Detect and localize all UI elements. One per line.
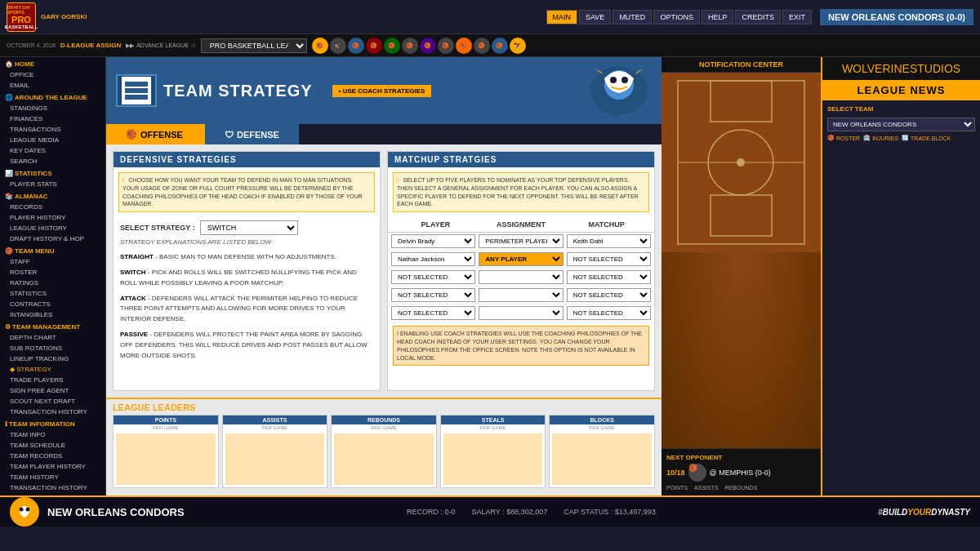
team-icon-2[interactable]: 🦅 [330,38,346,54]
options-nav-btn[interactable]: OPTIONS [653,10,700,24]
assignment-select-4[interactable] [479,288,563,302]
team-icon-1[interactable]: 🏀 [312,38,328,54]
matchup-panel-title: MATCHUP STRATGIES [388,152,654,167]
footer-stats: RECORD : 0-0 SALARY : $88,302,007 CAP ST… [407,508,656,516]
col-matchup: MATCHUP [564,220,649,229]
sidebar-item-search[interactable]: SEARCH [0,156,105,167]
credits-nav-btn[interactable]: CREDITS [735,10,781,24]
sidebar-item-player-stats[interactable]: PLAYER STATS [0,179,105,189]
leaders-col-points-sub: PER GAME [114,424,218,431]
matchup-row-1: Delvin Brady PERIMETER PLAYER Keith Dahl [388,233,654,251]
team-icon-8[interactable]: 🏀 [438,38,454,54]
sidebar-item-sign-free-agent[interactable]: SIGN FREE AGENT [0,385,105,396]
matchup-select-5[interactable]: NOT SELECTED [567,306,651,320]
team-icon-3[interactable]: 🏀 [348,38,364,54]
matchup-select-2[interactable]: NOT SELECTED [567,252,651,266]
sidebar-item-roster[interactable]: ROSTER [0,267,105,278]
assignment-select-1[interactable]: PERIMETER PLAYER [479,234,563,248]
straight-desc: BASIC MAN TO MAN DEFENSE WITH NO ADJUSTM… [159,253,336,260]
sidebar-item-team-schedule[interactable]: TEAM SCHEDULE [0,440,105,451]
assignment-select-5[interactable] [479,306,563,320]
team-icon-7[interactable]: 🏀 [420,38,436,54]
tabs: 🏀 OFFENSE 🛡 DEFENSE [106,124,662,144]
exit-nav-btn[interactable]: EXIT [782,10,812,24]
select-team-dropdown[interactable]: NEW ORLEANS CONDORS [827,118,975,131]
offense-tab[interactable]: 🏀 OFFENSE [106,124,203,144]
coach-toggle-btn[interactable]: • USE COACH STRATEGIES [332,85,432,97]
sidebar-section-home: 🏠 HOME [0,57,105,69]
matchup-select-4[interactable]: NOT SELECTED [567,288,651,302]
matchup-row-4: NOT SELECTED NOT SELECTED [388,287,654,304]
strategy-select-dropdown[interactable]: SWITCH STRAIGHT ATTACK PASSIVE [200,220,298,235]
leaders-col-steals-sub: PER GAME [441,424,546,431]
select-strategy-label: SELECT STRATEGY : [120,224,195,232]
main-nav-btn[interactable]: MAIN [546,10,578,24]
sidebar-item-contracts[interactable]: CONTRACTS [0,299,105,309]
assignment-select-2[interactable]: ANY PLAYER [479,252,563,266]
sidebar-item-ratings[interactable]: RATINGS [0,278,105,288]
sidebar-item-team-history[interactable]: TEAM HISTORY [0,472,105,482]
sidebar-section-team-menu: 🏀 TEAM MENU [0,244,105,256]
roster-btn[interactable]: 🏀 ROSTER [827,135,860,141]
sidebar-item-team-stats[interactable]: STATISTICS [0,288,105,299]
icon-strip: 🏀 🦅 🏀 🏀 🏀 🏀 🏀 🏀 🏀 🏀 🏀 🦅 [312,38,526,54]
sidebar-item-transactions[interactable]: TRANSACTIONS [0,124,105,135]
page-header: TEAM STRATEGY • USE COACH STRATEGIES [106,57,662,124]
sidebar-item-records[interactable]: RECORDS [0,202,105,212]
opp-stat-rebounds: REBOUNDS [725,485,758,491]
player-select-4[interactable]: NOT SELECTED [391,288,475,302]
leaders-col-assists-header: ASSISTS [223,415,327,424]
sidebar-item-finances[interactable]: FINANCES [0,113,105,124]
matchup-footer: ! ENABLING USE COACH STRATEGIES WILL USE… [393,326,649,366]
player-select-3[interactable]: NOT SELECTED [391,270,475,284]
trade-block-btn[interactable]: 🔄 TRADE BLOCK [902,135,951,141]
sidebar-item-player-history[interactable]: PLAYER HISTORY [0,212,105,223]
sidebar-item-team-records[interactable]: TEAM RECORDS [0,451,105,461]
sidebar-item-key-dates[interactable]: KEY DATES [0,145,105,156]
matchup-row-3: NOT SELECTED NOT SELECTED [388,269,654,287]
sidebar-item-staff[interactable]: STAFF [0,256,105,267]
sidebar-item-league-media[interactable]: LEAGUE MEDIA [0,135,105,145]
sidebar-item-standings[interactable]: STANDINGS [0,103,105,113]
sidebar-item-scout[interactable]: SCOUT NEXT DRAFT [0,396,105,407]
info-icon-3: ! [397,331,399,336]
league-selector[interactable]: PRO BASKETBALL LEAGUE [201,38,307,53]
sidebar-item-transaction-history2[interactable]: TRANSACTION HISTORY [0,482,105,493]
leaders-col-steals: STEALS PER GAME [440,415,546,488]
team-icon-5[interactable]: 🏀 [384,38,400,54]
matchup-select-1[interactable]: Keith Dahl [567,234,651,248]
team-icon-10[interactable]: 🏀 [474,38,490,54]
assignment-select-3[interactable] [479,270,563,284]
sidebar-item-email[interactable]: EMAIL [0,80,105,91]
player-select-1[interactable]: Delvin Brady [391,234,475,248]
muted-nav-btn[interactable]: MUTED [612,10,652,24]
sidebar-item-lineup-tracking[interactable]: LINEUP TRACKING [0,353,105,364]
sidebar-item-depth-chart[interactable]: DEPTH CHART [0,332,105,343]
sidebar-item-strategy[interactable]: ◆ STRATEGY [0,364,105,375]
sidebar-section-almanac: 📚 ALMANAC [0,189,105,202]
injuries-icon: 🏥 [863,135,871,141]
sidebar-item-draft-history[interactable]: DRAFT HISTORY & HOP [0,233,105,244]
sidebar-item-team-info[interactable]: TEAM INFO [0,429,105,440]
injuries-btn[interactable]: 🏥 INJURIES [863,135,898,141]
team-icon-12[interactable]: 🦅 [510,38,526,54]
team-icon-11[interactable]: 🏀 [492,38,508,54]
sidebar-item-sub-rotations[interactable]: SUB ROTATIONS [0,343,105,353]
sidebar-item-league-history[interactable]: LEAGUE HISTORY [0,223,105,233]
team-icon-9[interactable]: 🏀 [456,38,472,54]
help-nav-btn[interactable]: HELP [702,10,734,24]
matchup-select-3[interactable]: NOT SELECTED [567,270,651,284]
sidebar-item-intangibles[interactable]: INTANGIBLES [0,309,105,320]
sidebar-item-transaction-history[interactable]: TRANSACTION HISTORY [0,407,105,417]
player-select-5[interactable]: NOT SELECTED [391,306,475,320]
passive-label: PASSIVE [120,331,148,338]
leaders-col-rebounds: REBOUNDS PER GAME [331,415,437,488]
save-nav-btn[interactable]: SAVE [579,10,611,24]
team-icon-6[interactable]: 🏀 [402,38,418,54]
sidebar-item-office[interactable]: OFFICE [0,69,105,80]
player-select-2[interactable]: Nathan Jackson [391,252,475,266]
team-icon-4[interactable]: 🏀 [366,38,382,54]
sidebar-item-trade-players[interactable]: TRADE PLAYERS [0,375,105,385]
defense-tab[interactable]: 🛡 DEFENSE [203,124,299,144]
sidebar-item-team-player-history[interactable]: TEAM PLAYER HISTORY [0,461,105,472]
